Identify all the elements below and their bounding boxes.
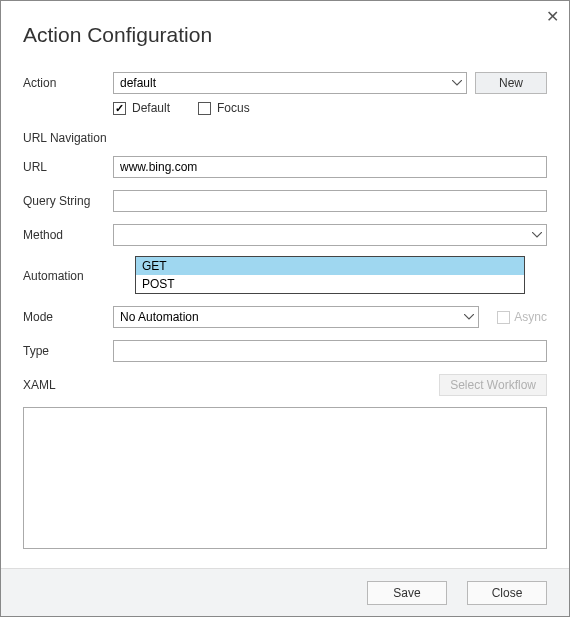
mode-select[interactable]: No Automation <box>113 306 479 328</box>
dialog-content: Action Configuration Action default New … <box>1 1 569 568</box>
async-checkbox: Async <box>497 310 547 324</box>
action-checkbox-row: Default Focus <box>113 101 547 115</box>
dialog-title: Action Configuration <box>23 23 547 47</box>
focus-checkbox-label: Focus <box>217 101 250 115</box>
mode-row: Mode No Automation Async <box>23 305 547 329</box>
action-row: Action default New <box>23 71 547 95</box>
method-option-post[interactable]: POST <box>136 275 524 293</box>
action-select[interactable]: default <box>113 72 467 94</box>
method-option-get[interactable]: GET <box>136 257 524 275</box>
action-select-value: default <box>120 76 156 90</box>
checkbox-icon <box>113 102 126 115</box>
url-navigation-label: URL Navigation <box>23 131 547 145</box>
method-label: Method <box>23 228 113 242</box>
save-button[interactable]: Save <box>367 581 447 605</box>
chevron-down-icon <box>464 314 474 320</box>
dialog-footer: Save Close <box>1 568 569 616</box>
xaml-row: XAML Select Workflow <box>23 373 547 397</box>
close-button[interactable]: Close <box>467 581 547 605</box>
async-label: Async <box>514 310 547 324</box>
type-row: Type <box>23 339 547 363</box>
type-input[interactable] <box>113 340 547 362</box>
default-checkbox[interactable]: Default <box>113 101 170 115</box>
select-workflow-button: Select Workflow <box>439 374 547 396</box>
query-string-input[interactable] <box>113 190 547 212</box>
chevron-down-icon <box>532 232 542 238</box>
xaml-label: XAML <box>23 378 113 392</box>
query-string-label: Query String <box>23 194 113 208</box>
mode-label: Mode <box>23 310 113 324</box>
url-row: URL <box>23 155 547 179</box>
xaml-textarea[interactable] <box>23 407 547 549</box>
mode-select-value: No Automation <box>120 310 199 324</box>
method-row: Method <box>23 223 547 247</box>
action-label: Action <box>23 76 113 90</box>
focus-checkbox[interactable]: Focus <box>198 101 250 115</box>
method-select[interactable] <box>113 224 547 246</box>
query-string-row: Query String <box>23 189 547 213</box>
url-label: URL <box>23 160 113 174</box>
url-input[interactable] <box>113 156 547 178</box>
checkbox-icon <box>198 102 211 115</box>
new-button[interactable]: New <box>475 72 547 94</box>
automation-label: Automation <box>23 269 113 283</box>
method-dropdown-panel: GET POST <box>135 256 525 294</box>
type-label: Type <box>23 344 113 358</box>
chevron-down-icon <box>452 80 462 86</box>
default-checkbox-label: Default <box>132 101 170 115</box>
checkbox-icon <box>497 311 510 324</box>
action-configuration-dialog: ✕ Action Configuration Action default Ne… <box>0 0 570 617</box>
